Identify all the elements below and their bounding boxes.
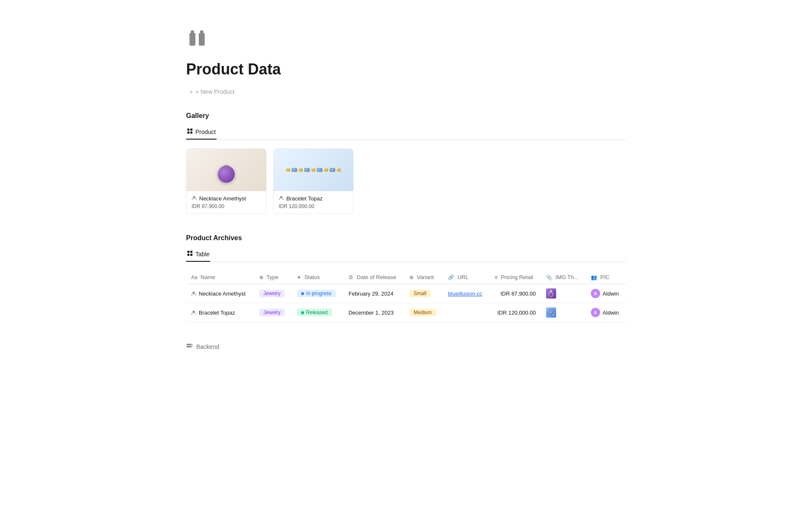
row1-price: IDR 87,900.00 — [490, 284, 541, 303]
table-row[interactable]: Necklace Amethyst Jewelry In progress Fe… — [186, 284, 626, 303]
bracelet-card-body: Bracelet Topaz IDR 120,000.00 — [274, 191, 353, 214]
row2-date: December 1, 2023 — [343, 303, 404, 322]
row2-status: Released — [292, 303, 343, 322]
aldwin-avatar-2: A — [591, 308, 600, 317]
type-icon: ⊕ — [259, 274, 263, 280]
col-url[interactable]: 🔗 URL — [443, 271, 489, 284]
svg-rect-12 — [187, 254, 189, 256]
row1-variant: Small — [404, 284, 443, 303]
col-date[interactable]: 🗓 Date of Release — [343, 271, 404, 284]
page-icon — [186, 25, 626, 54]
row1-status: In progress — [292, 284, 343, 303]
new-product-label: + New Product — [195, 88, 234, 95]
row1-type: Jewelry — [254, 284, 292, 303]
col-img-label: IMG Th... — [556, 274, 579, 280]
medium-badge: Medium — [409, 309, 436, 316]
necklace-name-row: Necklace Amethyst — [192, 195, 261, 202]
gold-gem-3 — [311, 168, 315, 172]
backend-section[interactable]: Backend — [186, 343, 626, 351]
tab-table[interactable]: Table — [186, 247, 210, 262]
blue-gem-3 — [317, 168, 323, 172]
gold-gem-5 — [337, 168, 341, 172]
aldwin-name-2: Aldwin — [603, 310, 619, 316]
table-grid-icon — [187, 250, 193, 258]
row1-url[interactable]: blueillusion.cc — [443, 284, 489, 303]
svg-point-18 — [191, 344, 192, 345]
bracelet-thumb: 📿 — [546, 307, 556, 318]
gallery-card-necklace[interactable]: Necklace Amethyst IDR 87,900.00 — [186, 148, 266, 214]
new-product-button[interactable]: + + New Product — [186, 87, 238, 97]
necklace-card-body: Necklace Amethyst IDR 87,900.00 — [187, 191, 266, 214]
necklace-card-name: Necklace Amethyst — [199, 195, 246, 202]
backend-label: Backend — [196, 343, 219, 350]
svg-rect-13 — [190, 254, 192, 256]
table-row[interactable]: Bracelet Topaz Jewelry Released December… — [186, 303, 626, 322]
bracelet-price: IDR 120,000.00 — [279, 203, 348, 209]
svg-rect-5 — [190, 129, 192, 131]
people-icon: 👥 — [591, 274, 597, 280]
svg-rect-6 — [187, 132, 189, 134]
gold-gem-2 — [299, 168, 303, 172]
row2-type: Jewelry — [254, 303, 292, 322]
in-progress-badge: In progress — [297, 290, 336, 297]
gold-gem-4 — [324, 168, 328, 172]
blue-gem-4 — [329, 168, 335, 172]
progress-dot — [301, 292, 304, 295]
gallery-section: Gallery Product — [186, 112, 626, 214]
hash-icon: # — [495, 274, 498, 280]
necklace-price: IDR 87,900.00 — [192, 203, 261, 209]
jewelry-badge: Jewelry — [259, 290, 285, 297]
table-header-row: Aa Name ⊕ Type ✦ Status 🗓 Date of Releas… — [186, 271, 626, 284]
released-badge: Released — [297, 309, 332, 316]
svg-rect-4 — [187, 129, 189, 131]
col-date-label: Date of Release — [357, 274, 396, 280]
col-img[interactable]: 📎 IMG Th... — [541, 271, 586, 284]
svg-rect-7 — [190, 132, 192, 134]
status-icon: ✦ — [297, 274, 301, 280]
backend-icon — [186, 343, 193, 351]
col-type[interactable]: ⊕ Type — [254, 271, 292, 284]
col-type-label: Type — [266, 274, 278, 280]
row2-variant: Medium — [404, 303, 443, 322]
variant-icon: ⊕ — [409, 274, 414, 280]
col-name-label: Name — [200, 274, 215, 280]
grid-icon — [187, 128, 193, 135]
gallery-card-bracelet[interactable]: Bracelet Topaz IDR 120,000.00 — [273, 148, 354, 214]
table-tab-label: Table — [195, 251, 209, 258]
col-name[interactable]: Aa Name — [186, 271, 254, 284]
bracelet-gems-decoration — [286, 168, 341, 172]
svg-point-19 — [191, 346, 192, 347]
col-status[interactable]: ✦ Status — [292, 271, 343, 284]
row1-date: February 29, 2024 — [343, 284, 404, 303]
tab-gallery-product[interactable]: Product — [186, 125, 217, 140]
svg-rect-3 — [200, 30, 203, 34]
svg-rect-1 — [191, 30, 194, 34]
gallery-grid: Necklace Amethyst IDR 87,900.00 — [186, 148, 626, 214]
archives-section: Product Archives Table Aa — [186, 234, 626, 322]
bracelet-card-name: Bracelet Topaz — [286, 195, 323, 202]
col-pic[interactable]: 👥 PIC — [586, 271, 626, 284]
row2-pic: A Aldwin — [586, 303, 626, 322]
bracelet-name-row: Bracelet Topaz — [279, 195, 348, 202]
page-container: Product Data + + New Product Gallery Pro… — [152, 0, 660, 384]
gold-gem-1 — [286, 168, 290, 172]
row2-img: 📿 — [541, 303, 586, 322]
gallery-tab-label: Product — [195, 129, 216, 135]
col-price-label: Pricing Retail — [501, 274, 533, 280]
svg-rect-10 — [187, 251, 189, 253]
archives-title: Product Archives — [186, 234, 626, 242]
row2-name: Bracelet Topaz — [186, 303, 254, 322]
plus-icon: + — [189, 88, 193, 95]
product-table: Aa Name ⊕ Type ✦ Status 🗓 Date of Releas… — [186, 271, 626, 322]
col-variant-label: Variant — [417, 274, 434, 280]
col-price[interactable]: # Pricing Retail — [490, 271, 541, 284]
amethyst-gem — [218, 166, 235, 183]
gallery-tab-bar: Product — [186, 125, 626, 140]
necklace-image — [187, 149, 266, 191]
aa-icon: Aa — [191, 274, 198, 280]
person-icon — [192, 195, 197, 202]
bracelet-image — [274, 149, 353, 191]
calendar-icon: 🗓 — [348, 274, 354, 280]
col-status-label: Status — [304, 274, 320, 280]
col-variant[interactable]: ⊕ Variant — [404, 271, 443, 284]
